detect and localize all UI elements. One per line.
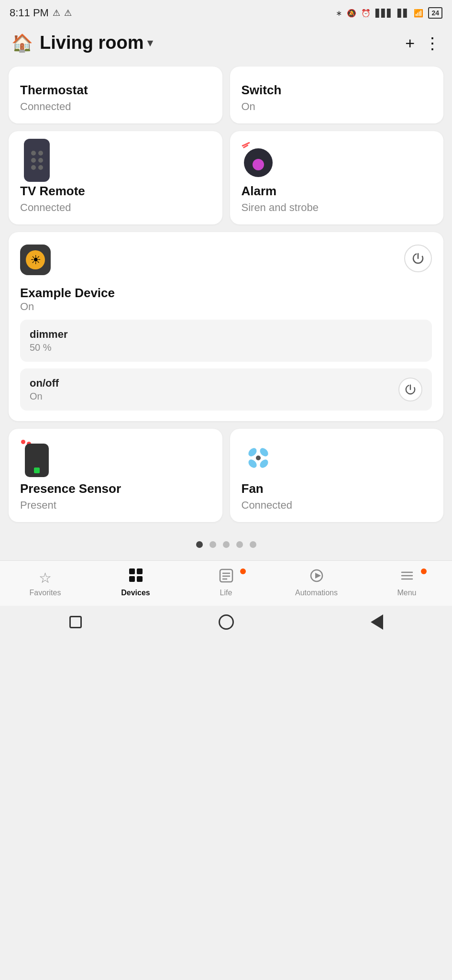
example-device-card[interactable]: ☀ Example Device On dimmer 50 % on/off	[9, 232, 443, 421]
dimmer-label: dimmer	[30, 328, 422, 341]
room-title-area[interactable]: Living room ▾	[40, 33, 398, 53]
remote-dots	[31, 151, 43, 170]
signal-bars-1: ▋▋▋	[375, 9, 393, 18]
alarm-ring	[253, 159, 264, 170]
page-dot-2[interactable]	[209, 541, 216, 548]
nav-item-life[interactable]: Life	[181, 568, 271, 597]
example-device-icon-inner: ☀	[26, 250, 45, 269]
presence-led	[34, 468, 40, 473]
warning-icon-2: ⚠	[64, 8, 72, 18]
automations-icon	[309, 568, 324, 586]
time-display: 8:11 PM	[10, 7, 49, 19]
presence-sensor-icon-area	[20, 441, 54, 475]
app-header: 🏠 Living room ▾ + ⋮	[0, 24, 452, 62]
devices-icon	[128, 568, 143, 586]
signal-bars-2: ▋▋	[397, 9, 409, 18]
alarm-title: Alarm	[242, 184, 432, 199]
device-list: Thermostat Connected Switch On	[0, 62, 452, 560]
bluetooth-icon: ∗	[336, 9, 342, 18]
sun-icon: ☀	[30, 253, 41, 267]
thermostat-card[interactable]: Thermostat Connected	[9, 67, 222, 123]
presence-body	[25, 444, 49, 477]
sys-back-button[interactable]	[67, 613, 84, 631]
battery-indicator: 24	[428, 7, 442, 19]
svg-point-4	[256, 456, 261, 460]
bottom-nav: ☆ Favorites Devices Life	[0, 560, 452, 606]
device-row-3: Presence Sensor Present	[9, 429, 443, 522]
status-bar: 8:11 PM ⚠ ⚠ ∗ 🔕 ⏰ ▋▋▋ ▋▋ 📶 24	[0, 0, 452, 24]
onoff-label: on/off	[30, 377, 59, 390]
presence-sensor-title: Presence Sensor	[20, 481, 211, 496]
example-device-header: ☀	[20, 245, 432, 275]
svg-point-6	[258, 446, 269, 458]
tv-remote-status: Connected	[20, 201, 211, 214]
header-actions: + ⋮	[405, 35, 441, 51]
sys-home-button[interactable]	[218, 613, 235, 631]
fan-icon	[244, 444, 273, 472]
svg-rect-9	[129, 568, 135, 574]
nav-item-menu[interactable]: Menu	[362, 568, 452, 597]
onoff-row: on/off On	[30, 377, 422, 402]
alarm-clock-icon: ⏰	[361, 9, 371, 18]
sys-recents-button[interactable]	[368, 613, 386, 631]
tv-remote-icon	[24, 139, 50, 182]
remote-dot	[31, 151, 36, 156]
page-dot-4[interactable]	[236, 541, 243, 548]
nav-item-automations[interactable]: Automations	[271, 568, 362, 597]
presence-sensor-icon	[20, 439, 54, 477]
room-name: Living room	[40, 33, 143, 53]
automations-label: Automations	[295, 589, 338, 597]
dimmer-sub-card[interactable]: dimmer 50 %	[20, 320, 432, 362]
dimmer-value: 50 %	[30, 342, 422, 353]
tv-remote-title: TV Remote	[20, 184, 211, 199]
page-dot-5[interactable]	[250, 541, 256, 548]
home-circle-icon	[219, 614, 234, 630]
fan-card[interactable]: Fan Connected	[230, 429, 444, 522]
fan-icon-area	[242, 441, 275, 475]
device-row-1: Thermostat Connected Switch On	[9, 67, 443, 123]
tv-remote-icon-area	[20, 144, 54, 177]
alarm-icon	[242, 144, 275, 177]
nav-item-devices[interactable]: Devices	[90, 568, 181, 597]
favorites-icon: ☆	[39, 569, 52, 586]
remote-dot	[38, 165, 43, 170]
tv-remote-card[interactable]: TV Remote Connected	[9, 131, 222, 224]
warning-icon-1: ⚠	[53, 8, 60, 18]
switch-title: Switch	[242, 83, 432, 98]
dropdown-icon[interactable]: ▾	[147, 37, 153, 49]
devices-label: Devices	[121, 589, 150, 597]
power-icon-svg	[412, 252, 424, 265]
more-options-button[interactable]: ⋮	[424, 35, 441, 51]
switch-card[interactable]: Switch On	[230, 67, 444, 123]
nav-item-favorites[interactable]: ☆ Favorites	[0, 569, 90, 597]
alarm-card[interactable]: Alarm Siren and strobe	[230, 131, 444, 224]
thermostat-status: Connected	[20, 100, 211, 113]
alarm-body	[244, 148, 273, 177]
svg-marker-18	[315, 573, 321, 579]
add-button[interactable]: +	[405, 35, 415, 51]
example-device-power-button[interactable]	[404, 245, 432, 272]
life-badge	[240, 568, 246, 574]
thermostat-title: Thermostat	[20, 83, 211, 98]
page-dot-3[interactable]	[223, 541, 230, 548]
remote-dot	[38, 158, 43, 163]
home-icon: 🏠	[11, 33, 33, 53]
page-dot-1[interactable]	[196, 541, 203, 548]
svg-rect-10	[137, 568, 143, 574]
svg-point-7	[258, 458, 269, 469]
onoff-power-button[interactable]	[398, 378, 422, 401]
presence-sensor-card[interactable]: Presence Sensor Present	[9, 429, 222, 522]
status-icons: ∗ 🔕 ⏰ ▋▋▋ ▋▋ 📶 24	[336, 7, 442, 19]
onoff-sub-card[interactable]: on/off On	[20, 368, 432, 411]
svg-rect-11	[129, 576, 135, 582]
signal-dot-1	[21, 440, 25, 444]
example-device-icon: ☀	[20, 245, 51, 275]
svg-point-8	[246, 458, 258, 469]
remote-dot	[31, 165, 36, 170]
favorites-label: Favorites	[30, 589, 61, 597]
fan-title: Fan	[242, 481, 432, 496]
alarm-icon-area	[242, 144, 275, 177]
menu-icon	[400, 568, 414, 586]
status-time-area: 8:11 PM ⚠ ⚠	[10, 7, 72, 19]
example-device-status: On	[20, 301, 432, 313]
